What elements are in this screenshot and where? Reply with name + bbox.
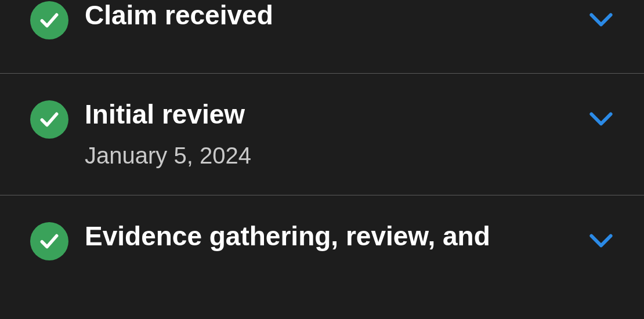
- step-subtitle: January 5, 2024: [85, 142, 577, 169]
- chevron-down-icon[interactable]: [588, 228, 614, 253]
- check-icon: [30, 100, 68, 139]
- step-claim-received[interactable]: Claim received: [0, 0, 644, 74]
- step-text: Claim received: [85, 0, 577, 31]
- step-text: Initial review January 5, 2024: [85, 99, 577, 169]
- step-title: Claim received: [85, 0, 577, 31]
- check-icon: [30, 222, 68, 260]
- chevron-down-icon[interactable]: [588, 7, 614, 32]
- chevron-down-icon[interactable]: [588, 106, 614, 132]
- check-icon: [30, 1, 68, 39]
- step-title: Initial review: [85, 99, 577, 130]
- step-initial-review[interactable]: Initial review January 5, 2024: [0, 74, 644, 195]
- step-title: Evidence gathering, review, and: [85, 221, 577, 252]
- step-text: Evidence gathering, review, and: [85, 221, 577, 252]
- step-evidence-gathering[interactable]: Evidence gathering, review, and: [0, 195, 644, 288]
- claim-status-list: Claim received Initial review January 5,…: [0, 0, 644, 288]
